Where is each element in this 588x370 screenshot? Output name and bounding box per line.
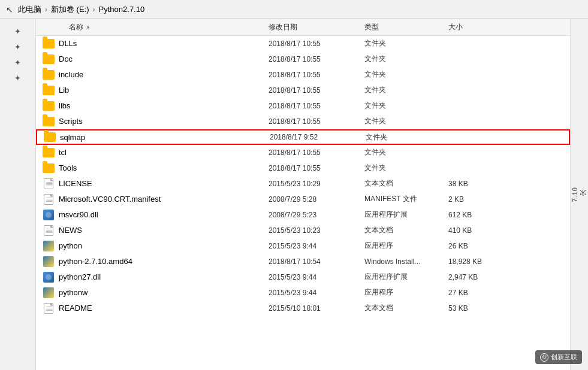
file-size: 38 KB (444, 180, 503, 188)
file-icon-name: include (36, 69, 264, 80)
breadcrumb-sep-2: › (93, 5, 95, 14)
file-icon (42, 54, 55, 65)
table-row[interactable]: sqlmap 2018/8/17 9:52 文件夹 (36, 129, 570, 145)
file-date: 2018/8/17 10:55 (264, 102, 360, 110)
file-type: 文件夹 (360, 101, 444, 111)
table-row[interactable]: Doc 2018/8/17 10:55 文件夹 (36, 51, 570, 67)
file-date: 2018/8/17 10:55 (264, 164, 360, 172)
file-type: 应用程序扩展 (360, 210, 444, 220)
table-row[interactable]: Tools 2018/8/17 10:55 文件夹 (36, 160, 570, 176)
file-size: 27 KB (444, 289, 503, 297)
col-header-size[interactable]: 大小 (444, 22, 503, 32)
app-icon (43, 272, 54, 283)
sidebar-pin-1[interactable]: ✦ (11, 25, 25, 37)
file-name: msvcr90.dll (59, 210, 98, 219)
file-date: 2018/8/17 10:55 (264, 71, 360, 79)
file-icon-name: msvcr90.dll (36, 210, 264, 220)
file-size: 53 KB (444, 304, 503, 313)
col-header-date[interactable]: 修改日期 (264, 22, 360, 32)
column-header: 名称 ∧ 修改日期 类型 大小 (36, 19, 570, 36)
file-name: include (59, 70, 83, 79)
cursor-icon: ↖ (6, 5, 13, 14)
file-type: 应用程序扩展 (360, 272, 444, 282)
document-icon (44, 178, 53, 189)
python-icon (43, 287, 54, 298)
table-row[interactable]: msvcr90.dll 2008/7/29 5:23 应用程序扩展 612 KB (36, 207, 570, 223)
watermark: 创 创新互联 (535, 350, 582, 364)
file-date: 2015/5/23 9:44 (264, 273, 360, 281)
file-icon (42, 210, 55, 220)
file-type: 文件夹 (360, 85, 444, 95)
table-row[interactable]: NEWS 2015/5/23 10:23 文本文档 410 KB (36, 223, 570, 238)
table-row[interactable]: tcl 2018/8/17 10:55 文件夹 (36, 145, 570, 160)
table-row[interactable]: python-2.7.10.amd64 2018/8/17 10:54 Wind… (36, 254, 570, 269)
sidebar-pin-4[interactable]: ✦ (11, 72, 25, 84)
file-name: tcl (59, 148, 67, 157)
file-icon (43, 132, 56, 142)
file-icon-name: libs (36, 101, 264, 111)
file-name: LICENSE (59, 179, 92, 188)
col-header-name[interactable]: 名称 ∧ (36, 22, 264, 32)
breadcrumb-item-drive[interactable]: 新加卷 (E:) (51, 4, 89, 15)
file-icon (42, 85, 55, 96)
file-size: 410 KB (444, 226, 503, 235)
file-date: 2015/5/10 18:01 (264, 304, 360, 313)
sidebar-pin-3[interactable]: ✦ (11, 56, 25, 68)
file-icon (42, 116, 55, 127)
table-row[interactable]: pythonw 2015/5/23 9:44 应用程序 27 KB (36, 285, 570, 301)
file-icon (42, 69, 55, 80)
file-icon-name: python-2.7.10.amd64 (36, 256, 264, 267)
file-icon (42, 287, 55, 298)
file-name: pythonw (59, 288, 88, 297)
right-label-text: 7.10宋 (571, 187, 587, 202)
file-name: Lib (59, 86, 69, 95)
file-type: 文件夹 (360, 116, 444, 126)
file-date: 2015/5/23 9:44 (264, 289, 360, 297)
table-row[interactable]: python 2015/5/23 9:44 应用程序 26 KB (36, 238, 570, 254)
file-icon (42, 256, 55, 267)
python-icon (43, 241, 54, 251)
file-icon-name: Lib (36, 85, 264, 96)
file-size: 612 KB (444, 211, 503, 219)
table-row[interactable]: DLLs 2018/8/17 10:55 文件夹 (36, 36, 570, 51)
folder-icon (44, 132, 56, 142)
python-icon (43, 256, 54, 267)
file-type: 文件夹 (360, 69, 444, 80)
file-date: 2018/8/17 10:55 (264, 40, 360, 48)
breadcrumb-item-computer[interactable]: 此电脑 (18, 4, 41, 15)
title-bar: ↖ 此电脑 › 新加卷 (E:) › Python2.7.10 (0, 0, 588, 19)
file-area: 名称 ∧ 修改日期 类型 大小 DLLs 2018/8/17 10:55 文件夹… (36, 19, 570, 370)
file-date: 2008/7/29 5:23 (264, 211, 360, 219)
table-row[interactable]: Microsoft.VC90.CRT.manifest 2008/7/29 5:… (36, 192, 570, 207)
table-row[interactable]: include 2018/8/17 10:55 文件夹 (36, 67, 570, 83)
file-type: Windows Install... (360, 257, 444, 266)
file-name: python-2.7.10.amd64 (59, 257, 132, 266)
file-date: 2018/8/17 10:55 (264, 117, 360, 126)
file-type: 文本文档 (360, 303, 444, 313)
file-date: 2018/8/17 10:55 (264, 55, 360, 63)
file-type: 应用程序 (360, 241, 444, 251)
breadcrumb-item-folder[interactable]: Python2.7.10 (99, 5, 145, 14)
table-row[interactable]: LICENSE 2015/5/23 10:29 文本文档 38 KB (36, 176, 570, 192)
file-type: 文本文档 (360, 178, 444, 189)
table-row[interactable]: README 2015/5/10 18:01 文本文档 53 KB (36, 301, 570, 316)
table-row[interactable]: Scripts 2018/8/17 10:55 文件夹 (36, 114, 570, 129)
folder-icon (43, 39, 55, 48)
file-icon-name: python (36, 241, 264, 251)
file-date: 2018/8/17 10:55 (264, 148, 360, 157)
table-row[interactable]: python27.dll 2015/5/23 9:44 应用程序扩展 2,947… (36, 269, 570, 285)
file-date: 2015/5/23 9:44 (264, 242, 360, 250)
folder-icon (43, 101, 55, 111)
sidebar-pin-2[interactable]: ✦ (11, 41, 25, 53)
folder-icon (43, 86, 55, 95)
file-type: MANIFEST 文件 (360, 194, 444, 204)
file-icon-name: Scripts (36, 116, 264, 127)
file-icon (42, 163, 55, 174)
table-row[interactable]: Lib 2018/8/17 10:55 文件夹 (36, 83, 570, 98)
file-type: 文本文档 (360, 225, 444, 235)
file-icon (42, 147, 55, 158)
col-header-type[interactable]: 类型 (360, 22, 444, 32)
table-row[interactable]: libs 2018/8/17 10:55 文件夹 (36, 98, 570, 114)
file-date: 2015/5/23 10:29 (264, 180, 360, 188)
file-name: sqlmap (60, 133, 85, 142)
